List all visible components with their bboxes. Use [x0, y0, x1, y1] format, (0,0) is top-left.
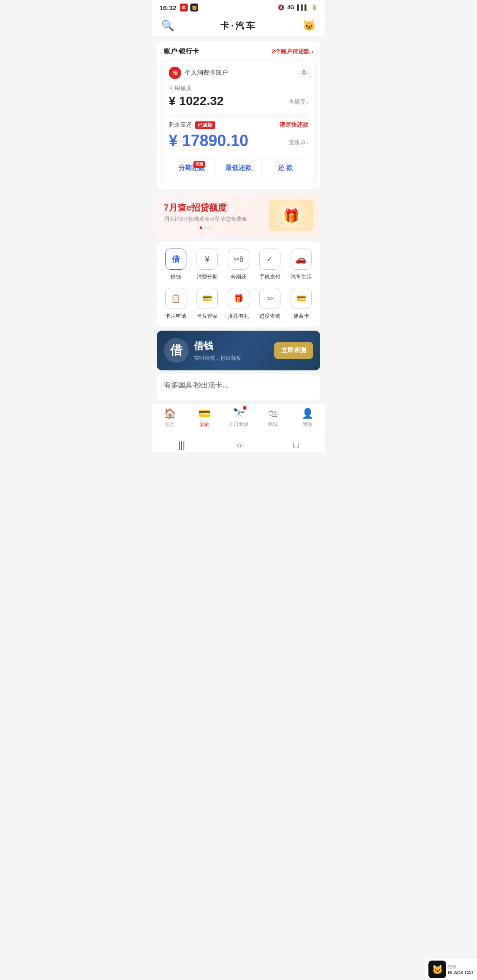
- savings-icon: 💳: [291, 288, 312, 309]
- nav-item-mine[interactable]: 👤 我的: [294, 408, 321, 428]
- partial-card-text: 有多国具·秒出活卡...: [164, 381, 228, 389]
- nav-item-featured[interactable]: 🏠 精选: [156, 408, 183, 428]
- banner-dots: [164, 226, 247, 229]
- remaining-label: 剩余应还: [169, 121, 192, 129]
- promo-banner[interactable]: 7月查e招贷额度 周大福X小招喵黄金吊坠等您免费赢 🎁: [157, 193, 320, 238]
- status-time: 16:32: [159, 4, 176, 11]
- banner-sub-text: 周大福X小招喵黄金吊坠等您免费赢: [164, 215, 247, 223]
- check-credit-link[interactable]: 查额度 ›: [288, 98, 308, 106]
- nav-label-finance: 金融: [199, 421, 209, 428]
- loan-banner[interactable]: 借 借钱 实时审核，秒出额度 立即评测: [157, 331, 320, 370]
- balance-amount: ¥ 17890.10: [169, 132, 248, 150]
- status-bar: 16:32 红 🐱 🔇 4G ▌▌▌ 🔋: [152, 0, 325, 15]
- savings-label: 储蓄卡: [293, 313, 309, 320]
- brand-logo: 招: [169, 67, 181, 79]
- grid-item-car[interactable]: 🚗 汽车生活: [288, 249, 314, 281]
- signal-label: 4G: [287, 4, 294, 11]
- home-btn[interactable]: ○: [237, 440, 242, 450]
- nav-icon-discover: 🔭: [233, 408, 245, 419]
- card-apply-label: 卡片申请: [165, 313, 186, 320]
- chevron-right-icon: ›: [311, 48, 313, 55]
- partial-card: 有多国具·秒出活卡...: [157, 374, 320, 400]
- banner-content: 7月查e招贷额度 周大福X小招喵黄金吊坠等您免费赢: [164, 202, 247, 229]
- nav-label-mine: 我的: [303, 421, 312, 428]
- cart-icon[interactable]: 🐱: [303, 19, 316, 32]
- back-btn[interactable]: |||: [178, 440, 185, 450]
- header: 🔍 卡·汽车 🐱: [152, 15, 325, 37]
- banner-main-text: 7月查e招贷额度: [164, 202, 247, 214]
- grid-item-card-manage[interactable]: 💳 卡片管家: [194, 288, 220, 320]
- grid-item-progress[interactable]: >> 进度查询: [257, 288, 283, 320]
- grid-item-consumer[interactable]: ¥ 消费分期: [194, 249, 220, 281]
- app-icon-2: 🐱: [190, 4, 198, 11]
- page-title: 卡·汽车: [220, 20, 257, 32]
- nav-icon-shop: 🛍: [268, 408, 278, 419]
- grid-item-phone-pay[interactable]: ✓ 手机支付: [257, 249, 283, 281]
- nav-item-discover[interactable]: 🔭 今日发现: [225, 408, 252, 428]
- app-icon-1: 红: [180, 4, 188, 11]
- progress-icon: >>: [259, 288, 280, 309]
- grid-item-borrow[interactable]: 借 借钱: [163, 249, 189, 281]
- phone-pay-label: 手机支付: [259, 273, 280, 281]
- banner-dot-2: [204, 226, 207, 229]
- check-bill-link[interactable]: 查账单 ›: [288, 139, 308, 147]
- nav-icon-featured: 🏠: [164, 408, 176, 419]
- consumer-label: 消费分期: [197, 273, 218, 281]
- grid-row-2: 📋 卡片申请 💳 卡片管家 🎁 推荐有礼 >> 进度查询 💳 储蓄卡: [160, 288, 317, 320]
- promo-badge: 优惠: [193, 161, 205, 168]
- system-bar: ||| ○ □: [152, 437, 325, 452]
- grid-item-card-apply[interactable]: 📋 卡片申请: [163, 288, 189, 320]
- borrow-label: 借钱: [170, 273, 181, 281]
- nav-icon-finance: 💳: [198, 408, 210, 419]
- borrow-icon: 借: [165, 249, 186, 270]
- pending-payments-link[interactable]: 2个账户待还款 ›: [272, 48, 313, 56]
- loan-btn[interactable]: 立即评测: [274, 342, 313, 359]
- signal-bars: ▌▌▌: [297, 4, 308, 11]
- nav-label-shop: 商城: [268, 421, 278, 428]
- banner-dot-3: [208, 226, 211, 229]
- balance-amount-row: ¥ 17890.10 查账单 ›: [169, 132, 308, 154]
- nav-item-finance[interactable]: 💳 金融: [191, 408, 217, 428]
- available-credit-label: 可用额度: [169, 84, 308, 92]
- banner-dot-1: [200, 226, 202, 229]
- card-name: 个人消费卡账户: [185, 69, 228, 77]
- recent-btn[interactable]: □: [294, 440, 299, 450]
- recommend-icon: 🎁: [228, 288, 249, 309]
- account-section-title: 账户·银行卡: [164, 47, 199, 56]
- min-pay-button[interactable]: 最低还款: [216, 158, 262, 177]
- pay-button[interactable]: 还 款: [262, 158, 308, 177]
- recommend-label: 推荐有礼: [228, 313, 249, 320]
- installment-pay-button[interactable]: 优惠 分期还款: [169, 158, 216, 177]
- nav-item-shop[interactable]: 🛍 商城: [260, 408, 286, 428]
- urgent-pay-text[interactable]: 请尽快还款: [280, 121, 308, 129]
- grid-section: 借 借钱 ¥ 消费分期 ✂8 分期还 ✓ 手机支付 🚗 汽车生活 📋: [157, 241, 320, 327]
- grid-item-recommend[interactable]: 🎁 推荐有礼: [225, 288, 252, 320]
- card-brand: 招 个人消费卡账户 👁: [169, 67, 308, 79]
- chevron-right-icon-2: ›: [307, 99, 308, 106]
- account-header: 账户·银行卡 2个账户待还款 ›: [157, 41, 320, 60]
- account-section: 账户·银行卡 2个账户待还款 › 招 个人消费卡账户 👁 可用额度 ¥ 1022…: [157, 41, 320, 189]
- installment-label: 分期还: [231, 273, 246, 281]
- chevron-right-icon-3: ›: [307, 139, 308, 146]
- search-icon[interactable]: 🔍: [161, 19, 174, 32]
- eye-icon[interactable]: 👁: [300, 68, 308, 78]
- status-app-icons: 红 🐱: [180, 4, 198, 11]
- grid-item-savings[interactable]: 💳 储蓄卡: [288, 288, 314, 320]
- loan-subtitle: 实时审核，秒出额度: [194, 354, 269, 362]
- nav-label-discover: 今日发现: [229, 421, 248, 428]
- balance-row: 剩余应还 已逾期 请尽快还款: [169, 121, 308, 129]
- progress-label: 进度查询: [259, 313, 280, 320]
- bottom-nav: 🏠 精选 💳 金融 🔭 今日发现 🛍 商城 👤 我的: [152, 404, 325, 437]
- car-icon: 🚗: [291, 249, 312, 270]
- credit-row: ¥ 1022.32 查额度 ›: [169, 94, 308, 110]
- grid-item-installment[interactable]: ✂8 分期还: [225, 249, 252, 281]
- nav-icon-mine: 👤: [302, 408, 314, 419]
- phone-pay-icon: ✓: [259, 249, 280, 270]
- car-label: 汽车生活: [291, 273, 312, 281]
- status-icons: 🔇 4G ▌▌▌ 🔋: [278, 4, 318, 11]
- mute-icon: 🔇: [278, 4, 284, 11]
- banner-image: 🎁: [269, 200, 313, 231]
- battery-icon: 🔋: [311, 4, 318, 11]
- card-inner: 招 个人消费卡账户 👁 可用额度 ¥ 1022.32 查额度 › 剩余应还 已逾…: [161, 60, 316, 184]
- loan-title: 借钱: [194, 339, 269, 353]
